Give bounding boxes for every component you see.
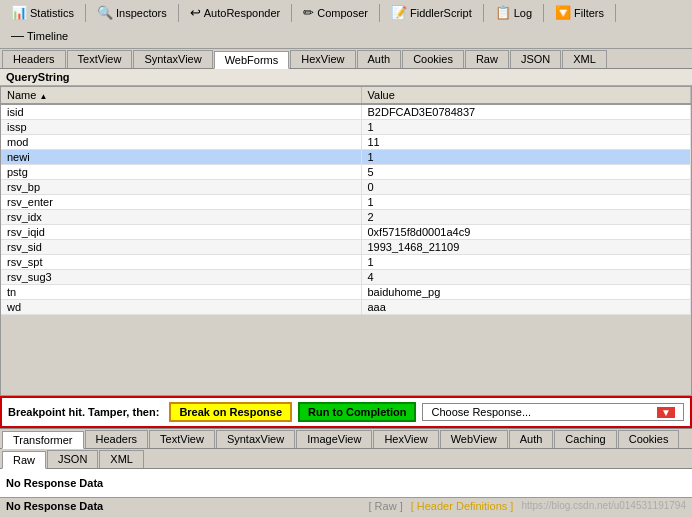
toolbar-log-label: Log [514, 7, 532, 19]
table-row[interactable]: rsv_enter1 [1, 195, 691, 210]
cell-name: rsv_idx [1, 210, 361, 225]
tab-raw[interactable]: Raw [465, 50, 509, 68]
cell-name: wd [1, 300, 361, 315]
sep2 [178, 4, 179, 22]
cell-value: baiduhome_pg [361, 285, 691, 300]
tab-syntaxview[interactable]: SyntaxView [133, 50, 212, 68]
toolbar-autoresponder-label: AutoResponder [204, 7, 280, 19]
section-label-text: QueryString [6, 71, 70, 83]
response-subtab-bar: Raw JSON XML [0, 449, 692, 469]
table-row[interactable]: tnbaiduhome_pg [1, 285, 691, 300]
toolbar-statistics-label: Statistics [30, 7, 74, 19]
toolbar-filters[interactable]: 🔽 Filters [548, 2, 611, 23]
sep4 [379, 4, 380, 22]
toolbar-filters-label: Filters [574, 7, 604, 19]
toolbar-inspectors[interactable]: 🔍 Inspectors [90, 2, 174, 23]
cell-value: 11 [361, 135, 691, 150]
tab-auth[interactable]: Auth [357, 50, 402, 68]
table-row[interactable]: issp1 [1, 120, 691, 135]
table-row[interactable]: mod11 [1, 135, 691, 150]
tab-headers[interactable]: Headers [2, 50, 66, 68]
cell-value: 5 [361, 165, 691, 180]
sep6 [543, 4, 544, 22]
tab-hexview[interactable]: HexView [290, 50, 355, 68]
cell-name: mod [1, 135, 361, 150]
raw-link[interactable]: [ Raw ] [368, 500, 402, 512]
toolbar-fiddlerscript[interactable]: 📝 FiddlerScript [384, 2, 479, 23]
tab-resp-hexview[interactable]: HexView [373, 430, 438, 448]
tab-cookies[interactable]: Cookies [402, 50, 464, 68]
sep3 [291, 4, 292, 22]
cell-name: rsv_sid [1, 240, 361, 255]
tab-resp-headers[interactable]: Headers [85, 430, 149, 448]
subtab-json[interactable]: JSON [47, 450, 98, 468]
table-row[interactable]: newi1 [1, 150, 691, 165]
subtab-raw[interactable]: Raw [2, 451, 46, 469]
status-right: [ Raw ] [ Header Definitions ] https://b… [368, 500, 686, 512]
cell-value: 0xf5715f8d0001a4c9 [361, 225, 691, 240]
choose-response-button[interactable]: Choose Response... ▼ [422, 403, 684, 421]
tab-resp-syntaxview[interactable]: SyntaxView [216, 430, 295, 448]
querystring-table-container: Name Value isidB2DFCAD3E0784837issp1mod1… [0, 86, 692, 396]
cell-name: rsv_spt [1, 255, 361, 270]
cell-value: 0 [361, 180, 691, 195]
tab-json[interactable]: JSON [510, 50, 561, 68]
querystring-table: Name Value isidB2DFCAD3E0784837issp1mod1… [1, 87, 691, 315]
no-response-text: No Response Data [6, 477, 103, 489]
top-toolbar: 📊 Statistics 🔍 Inspectors ↩ AutoResponde… [0, 0, 692, 49]
cell-value: 1 [361, 120, 691, 135]
tab-transformer[interactable]: Transformer [2, 431, 84, 449]
tab-webforms[interactable]: WebForms [214, 51, 290, 69]
cell-name: tn [1, 285, 361, 300]
toolbar-statistics[interactable]: 📊 Statistics [4, 2, 81, 23]
sep7 [615, 4, 616, 22]
subtab-xml[interactable]: XML [99, 450, 144, 468]
toolbar-inspectors-label: Inspectors [116, 7, 167, 19]
autoresponder-icon: ↩ [190, 5, 201, 20]
toolbar-timeline[interactable]: — Timeline [4, 25, 75, 46]
tab-textview[interactable]: TextView [67, 50, 133, 68]
timeline-icon: — [11, 28, 24, 43]
tab-caching[interactable]: Caching [554, 430, 616, 448]
tab-xml[interactable]: XML [562, 50, 607, 68]
table-row[interactable]: isidB2DFCAD3E0784837 [1, 104, 691, 120]
table-row[interactable]: rsv_idx2 [1, 210, 691, 225]
log-icon: 📋 [495, 5, 511, 20]
table-row[interactable]: rsv_bp0 [1, 180, 691, 195]
tab-imageview[interactable]: ImageView [296, 430, 372, 448]
table-row[interactable]: rsv_spt1 [1, 255, 691, 270]
cell-value: B2DFCAD3E0784837 [361, 104, 691, 120]
toolbar-log[interactable]: 📋 Log [488, 2, 539, 23]
table-row[interactable]: rsv_sug34 [1, 270, 691, 285]
statistics-icon: 📊 [11, 5, 27, 20]
col-value: Value [361, 87, 691, 104]
status-bar: No Response Data [ Raw ] [ Header Defini… [0, 497, 692, 514]
status-no-response: No Response Data [6, 500, 103, 512]
cell-value: 1 [361, 195, 691, 210]
table-row[interactable]: wdaaa [1, 300, 691, 315]
cell-value: aaa [361, 300, 691, 315]
tab-webview[interactable]: WebView [440, 430, 508, 448]
table-row[interactable]: pstg5 [1, 165, 691, 180]
sort-name-icon[interactable] [39, 89, 47, 101]
table-row[interactable]: rsv_iqid0xf5715f8d0001a4c9 [1, 225, 691, 240]
cell-value: 4 [361, 270, 691, 285]
tab-resp-auth[interactable]: Auth [509, 430, 554, 448]
breakpoint-label: Breakpoint hit. Tamper, then: [8, 406, 159, 418]
tab-resp-textview[interactable]: TextView [149, 430, 215, 448]
table-row[interactable]: rsv_sid1993_1468_21109 [1, 240, 691, 255]
sep5 [483, 4, 484, 22]
sep1 [85, 4, 86, 22]
cell-name: rsv_sug3 [1, 270, 361, 285]
col-name: Name [1, 87, 361, 104]
breakpoint-bar: Breakpoint hit. Tamper, then: Break on R… [0, 396, 692, 428]
toolbar-composer[interactable]: ✏ Composer [296, 2, 375, 23]
tab-resp-cookies[interactable]: Cookies [618, 430, 680, 448]
break-on-response-button[interactable]: Break on Response [169, 402, 292, 422]
header-definitions-link[interactable]: [ Header Definitions ] [411, 500, 514, 512]
toolbar-timeline-label: Timeline [27, 30, 68, 42]
toolbar-autoresponder[interactable]: ↩ AutoResponder [183, 2, 287, 23]
cell-value: 1 [361, 255, 691, 270]
run-to-completion-button[interactable]: Run to Completion [298, 402, 416, 422]
toolbar-fiddlerscript-label: FiddlerScript [410, 7, 472, 19]
